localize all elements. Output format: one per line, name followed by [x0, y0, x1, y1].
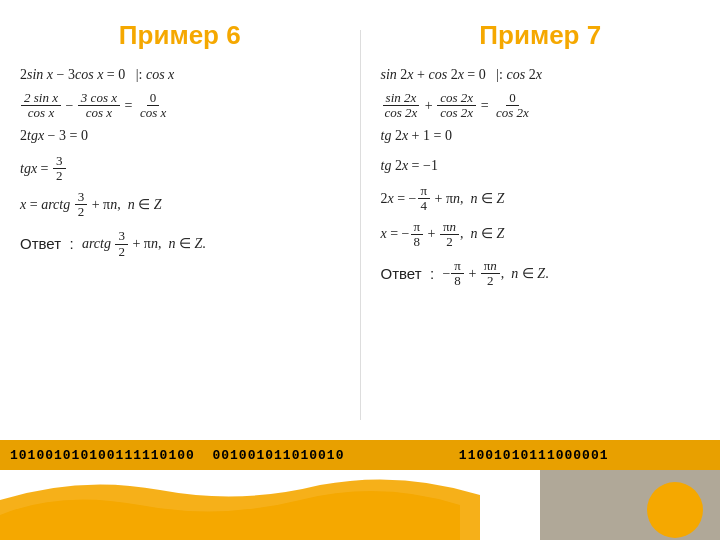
- example-7-title: Пример 7: [381, 20, 701, 51]
- main-content: Пример 6 2sin x − 3cos x = 0 |: cos x 2 …: [0, 0, 720, 440]
- ex6-answer: Ответ : arctg 3 2 + πn, n ∈ Z.: [20, 229, 340, 259]
- ex6-tgx: tgx = 3 2: [20, 154, 340, 184]
- example-7-column: Пример 7 sin 2x + cos 2x = 0 |: cos 2x s…: [361, 10, 721, 440]
- ex7-tg2x-eq: tg 2x + 1 = 0: [381, 124, 701, 148]
- ex7-frac1: sin 2x cos 2x: [382, 91, 421, 121]
- decorative-svg: [0, 470, 720, 540]
- ex6-frac1: 2 sin x cos x: [21, 91, 61, 121]
- example-6-title: Пример 6: [20, 20, 340, 51]
- svg-point-1: [647, 482, 703, 538]
- ex7-2x-eq: 2x = − π 4 + πn, n ∈ Z: [381, 184, 701, 214]
- ex6-eq1: 2sin x − 3cos x = 0 |: cos x: [20, 63, 174, 87]
- ex7-ans-frac1: π 8: [451, 259, 464, 289]
- ex7-answer: Ответ : − π 8 + πn 2 , n ∈ Z.: [381, 259, 701, 289]
- ex6-frac-tgx: 3 2: [53, 154, 66, 184]
- ex7-line1: sin 2x + cos 2x = 0 |: cos 2x: [381, 63, 701, 87]
- ex7-ans-frac2: πn 2: [481, 259, 500, 289]
- ex7-frac-pin2: πn 2: [440, 220, 459, 250]
- example-6-column: Пример 6 2sin x − 3cos x = 0 |: cos x 2 …: [0, 10, 360, 440]
- ex7-x-eq: x = − π 8 + πn 2 , n ∈ Z: [381, 220, 701, 250]
- example-7-math: sin 2x + cos 2x = 0 |: cos 2x sin 2x cos…: [381, 63, 701, 289]
- ex7-fraction-row: sin 2x cos 2x + cos 2x cos 2x = 0 cos 2x: [381, 91, 701, 121]
- ex6-line1: 2sin x − 3cos x = 0 |: cos x: [20, 63, 340, 87]
- binary-row: 101001010100111110100 001001011010010 11…: [0, 440, 720, 470]
- ex7-tg2x-val: tg 2x = −1: [381, 154, 701, 178]
- ex7-frac3: 0 cos 2x: [493, 91, 532, 121]
- ex6-fraction-row: 2 sin x cos x − 3 cos x cos x = 0 cos x: [20, 91, 340, 121]
- ex6-frac-arctg: 3 2: [75, 190, 88, 220]
- ex6-x-arctg: x = arctg 3 2 + πn, n ∈ Z: [20, 190, 340, 220]
- ex6-frac3: 0 cos x: [137, 91, 169, 121]
- ex6-frac2: 3 cos x cos x: [78, 91, 120, 121]
- ex7-frac2: cos 2x cos 2x: [437, 91, 476, 121]
- ex6-line3: 2tgx − 3 = 0: [20, 124, 340, 148]
- ex6-ans-frac: 3 2: [115, 229, 128, 259]
- decorative-bottom: [0, 470, 720, 540]
- ex7-frac-pi4: π 4: [418, 184, 431, 214]
- binary-text: 101001010100111110100 001001011010010 11…: [10, 448, 609, 463]
- bottom-bar: 101001010100111110100 001001011010010 11…: [0, 440, 720, 540]
- example-6-math: 2sin x − 3cos x = 0 |: cos x 2 sin x cos…: [20, 63, 340, 259]
- ex7-frac-pi8: π 8: [411, 220, 424, 250]
